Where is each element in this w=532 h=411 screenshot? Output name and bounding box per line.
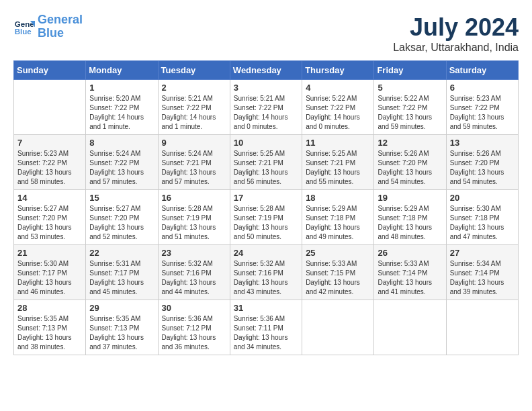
day-info: Sunrise: 5:25 AM Sunset: 7:21 PM Dayligh… — [234, 149, 298, 187]
logo-text: General Blue — [38, 13, 83, 40]
calendar-cell: 26Sunrise: 5:33 AM Sunset: 7:14 PM Dayli… — [374, 245, 446, 300]
calendar-body: 1Sunrise: 5:20 AM Sunset: 7:22 PM Daylig… — [14, 80, 519, 355]
logo-line2: Blue — [38, 26, 64, 40]
column-header-monday: Monday — [86, 61, 158, 80]
day-info: Sunrise: 5:32 AM Sunset: 7:16 PM Dayligh… — [234, 259, 298, 297]
day-info: Sunrise: 5:25 AM Sunset: 7:21 PM Dayligh… — [306, 149, 370, 187]
calendar-cell: 17Sunrise: 5:28 AM Sunset: 7:19 PM Dayli… — [230, 190, 302, 245]
day-info: Sunrise: 5:22 AM Sunset: 7:22 PM Dayligh… — [378, 94, 442, 132]
day-info: Sunrise: 5:22 AM Sunset: 7:22 PM Dayligh… — [306, 94, 370, 132]
day-number: 9 — [162, 138, 226, 148]
calendar-cell: 5Sunrise: 5:22 AM Sunset: 7:22 PM Daylig… — [374, 80, 446, 135]
calendar-cell: 12Sunrise: 5:26 AM Sunset: 7:20 PM Dayli… — [374, 135, 446, 190]
day-info: Sunrise: 5:20 AM Sunset: 7:22 PM Dayligh… — [89, 94, 154, 132]
day-number: 21 — [17, 248, 82, 258]
calendar-cell: 29Sunrise: 5:35 AM Sunset: 7:13 PM Dayli… — [86, 300, 158, 355]
column-header-tuesday: Tuesday — [158, 61, 230, 80]
day-number: 15 — [89, 193, 154, 203]
column-header-sunday: Sunday — [14, 61, 86, 80]
day-number: 20 — [450, 193, 515, 203]
calendar-cell: 24Sunrise: 5:32 AM Sunset: 7:16 PM Dayli… — [230, 245, 302, 300]
calendar-week-4: 21Sunrise: 5:30 AM Sunset: 7:17 PM Dayli… — [14, 245, 519, 300]
day-info: Sunrise: 5:26 AM Sunset: 7:20 PM Dayligh… — [450, 149, 515, 187]
logo-icon: General Blue — [13, 16, 35, 38]
calendar-cell: 8Sunrise: 5:24 AM Sunset: 7:22 PM Daylig… — [86, 135, 158, 190]
day-number: 29 — [89, 303, 154, 313]
day-number: 23 — [162, 248, 226, 258]
column-header-thursday: Thursday — [302, 61, 374, 80]
calendar-cell: 14Sunrise: 5:27 AM Sunset: 7:20 PM Dayli… — [14, 190, 86, 245]
day-info: Sunrise: 5:24 AM Sunset: 7:22 PM Dayligh… — [89, 149, 154, 187]
day-info: Sunrise: 5:30 AM Sunset: 7:17 PM Dayligh… — [17, 259, 82, 297]
calendar-cell: 4Sunrise: 5:22 AM Sunset: 7:22 PM Daylig… — [302, 80, 374, 135]
calendar-cell: 13Sunrise: 5:26 AM Sunset: 7:20 PM Dayli… — [446, 135, 518, 190]
calendar-header-row: SundayMondayTuesdayWednesdayThursdayFrid… — [14, 61, 519, 80]
day-number: 30 — [162, 303, 226, 313]
calendar-cell — [302, 300, 374, 355]
title-block: July 2024 Laksar, Uttarakhand, India — [393, 13, 519, 54]
day-number: 11 — [306, 138, 370, 148]
day-info: Sunrise: 5:27 AM Sunset: 7:20 PM Dayligh… — [89, 204, 154, 242]
day-info: Sunrise: 5:34 AM Sunset: 7:14 PM Dayligh… — [450, 259, 515, 297]
day-number: 31 — [234, 303, 298, 313]
month-year: July 2024 — [393, 13, 519, 42]
page-header: General Blue General Blue July 2024 Laks… — [13, 13, 519, 54]
logo-line1: General — [38, 13, 83, 26]
calendar-cell: 28Sunrise: 5:35 AM Sunset: 7:13 PM Dayli… — [14, 300, 86, 355]
day-info: Sunrise: 5:24 AM Sunset: 7:21 PM Dayligh… — [162, 149, 226, 187]
day-info: Sunrise: 5:35 AM Sunset: 7:13 PM Dayligh… — [17, 314, 82, 352]
calendar-cell: 25Sunrise: 5:33 AM Sunset: 7:15 PM Dayli… — [302, 245, 374, 300]
day-number: 18 — [306, 193, 370, 203]
calendar-cell: 1Sunrise: 5:20 AM Sunset: 7:22 PM Daylig… — [86, 80, 158, 135]
calendar-cell: 19Sunrise: 5:29 AM Sunset: 7:18 PM Dayli… — [374, 190, 446, 245]
day-number: 22 — [89, 248, 154, 258]
column-header-saturday: Saturday — [446, 61, 518, 80]
day-info: Sunrise: 5:28 AM Sunset: 7:19 PM Dayligh… — [234, 204, 298, 242]
calendar-cell: 7Sunrise: 5:23 AM Sunset: 7:22 PM Daylig… — [14, 135, 86, 190]
day-info: Sunrise: 5:33 AM Sunset: 7:14 PM Dayligh… — [378, 259, 442, 297]
calendar-cell: 22Sunrise: 5:31 AM Sunset: 7:17 PM Dayli… — [86, 245, 158, 300]
calendar-cell — [374, 300, 446, 355]
calendar-cell: 10Sunrise: 5:25 AM Sunset: 7:21 PM Dayli… — [230, 135, 302, 190]
day-info: Sunrise: 5:31 AM Sunset: 7:17 PM Dayligh… — [89, 259, 154, 297]
calendar-cell: 9Sunrise: 5:24 AM Sunset: 7:21 PM Daylig… — [158, 135, 230, 190]
column-header-wednesday: Wednesday — [230, 61, 302, 80]
day-number: 12 — [378, 138, 442, 148]
day-info: Sunrise: 5:27 AM Sunset: 7:20 PM Dayligh… — [17, 204, 82, 242]
day-number: 24 — [234, 248, 298, 258]
day-number: 8 — [89, 138, 154, 148]
calendar-cell — [14, 80, 86, 135]
day-info: Sunrise: 5:33 AM Sunset: 7:15 PM Dayligh… — [306, 259, 370, 297]
calendar-cell: 6Sunrise: 5:23 AM Sunset: 7:22 PM Daylig… — [446, 80, 518, 135]
day-info: Sunrise: 5:29 AM Sunset: 7:18 PM Dayligh… — [306, 204, 370, 242]
day-info: Sunrise: 5:32 AM Sunset: 7:16 PM Dayligh… — [162, 259, 226, 297]
calendar-week-1: 1Sunrise: 5:20 AM Sunset: 7:22 PM Daylig… — [14, 80, 519, 135]
day-number: 4 — [306, 83, 370, 93]
day-info: Sunrise: 5:28 AM Sunset: 7:19 PM Dayligh… — [162, 204, 226, 242]
column-header-friday: Friday — [374, 61, 446, 80]
day-info: Sunrise: 5:29 AM Sunset: 7:18 PM Dayligh… — [378, 204, 442, 242]
calendar-week-2: 7Sunrise: 5:23 AM Sunset: 7:22 PM Daylig… — [14, 135, 519, 190]
calendar-week-3: 14Sunrise: 5:27 AM Sunset: 7:20 PM Dayli… — [14, 190, 519, 245]
day-info: Sunrise: 5:36 AM Sunset: 7:11 PM Dayligh… — [234, 314, 298, 352]
day-info: Sunrise: 5:30 AM Sunset: 7:18 PM Dayligh… — [450, 204, 515, 242]
day-number: 2 — [162, 83, 226, 93]
calendar-cell: 21Sunrise: 5:30 AM Sunset: 7:17 PM Dayli… — [14, 245, 86, 300]
calendar-cell: 20Sunrise: 5:30 AM Sunset: 7:18 PM Dayli… — [446, 190, 518, 245]
calendar-cell: 2Sunrise: 5:21 AM Sunset: 7:22 PM Daylig… — [158, 80, 230, 135]
day-number: 7 — [17, 138, 82, 148]
day-number: 19 — [378, 193, 442, 203]
calendar-cell: 16Sunrise: 5:28 AM Sunset: 7:19 PM Dayli… — [158, 190, 230, 245]
logo: General Blue General Blue — [13, 13, 83, 40]
day-number: 28 — [17, 303, 82, 313]
day-number: 14 — [17, 193, 82, 203]
day-number: 17 — [234, 193, 298, 203]
calendar-week-5: 28Sunrise: 5:35 AM Sunset: 7:13 PM Dayli… — [14, 300, 519, 355]
calendar-cell: 27Sunrise: 5:34 AM Sunset: 7:14 PM Dayli… — [446, 245, 518, 300]
calendar-cell: 31Sunrise: 5:36 AM Sunset: 7:11 PM Dayli… — [230, 300, 302, 355]
calendar-cell: 15Sunrise: 5:27 AM Sunset: 7:20 PM Dayli… — [86, 190, 158, 245]
calendar-table: SundayMondayTuesdayWednesdayThursdayFrid… — [13, 60, 519, 355]
day-number: 27 — [450, 248, 515, 258]
day-number: 3 — [234, 83, 298, 93]
day-info: Sunrise: 5:21 AM Sunset: 7:22 PM Dayligh… — [162, 94, 226, 132]
